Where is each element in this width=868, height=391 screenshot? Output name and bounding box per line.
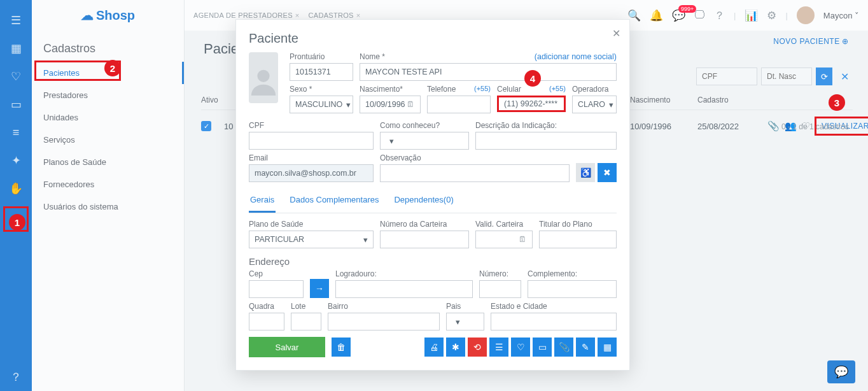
heart-icon[interactable]: ♡ xyxy=(8,69,24,84)
accessibility-button[interactable]: ♿ xyxy=(576,163,595,182)
callout-badge-1: 1 xyxy=(9,214,25,231)
chart-icon[interactable]: 📊 xyxy=(745,9,758,22)
label-numcart: Número da Carteira xyxy=(380,220,469,229)
sidebar-item-label: Unidades xyxy=(43,113,78,122)
extra-button[interactable]: ✖ xyxy=(598,163,617,182)
disk-icon[interactable]: ≡ xyxy=(8,125,24,140)
brand-logo: ☁ Shosp xyxy=(32,0,184,31)
cash-icon[interactable]: ▭ xyxy=(8,97,24,112)
input-cep[interactable] xyxy=(249,280,304,298)
row-active-check[interactable]: ✓ xyxy=(201,121,211,131)
tab-complementares[interactable]: Dados Complementares xyxy=(288,190,380,213)
edit-button[interactable]: ✎ xyxy=(576,338,595,357)
filter-cpf[interactable] xyxy=(696,68,757,85)
sidebar-item-planos[interactable]: Planos de Saúde xyxy=(32,151,184,173)
row-nasc: 10/09/1996 xyxy=(630,122,671,131)
row-cad: 25/08/2022 xyxy=(697,122,739,131)
label-pais: Pais xyxy=(446,302,484,311)
sidebar-item-fornecedores[interactable]: Fornecedores xyxy=(32,173,184,195)
select-operadora[interactable]: CLARO xyxy=(572,96,617,113)
help-icon[interactable]: ？ xyxy=(8,369,24,385)
input-bairro[interactable] xyxy=(328,313,440,331)
input-cpf[interactable] xyxy=(249,132,374,150)
more-button[interactable]: ▦ xyxy=(598,338,617,357)
input-numero[interactable] xyxy=(479,280,521,298)
input-telefone[interactable] xyxy=(427,96,491,113)
monitor-icon[interactable]: 🖵 xyxy=(694,9,705,22)
label-estadocidade: Estado e Cidade xyxy=(491,302,617,311)
user-menu[interactable]: Maycon ˅ xyxy=(823,11,859,20)
filter-dtnasc[interactable] xyxy=(761,68,812,85)
attach-icon[interactable]: 📎 xyxy=(767,120,780,132)
new-patient-button[interactable]: NOVO PACIENTE ⊕ xyxy=(773,37,849,46)
sidebar-item-usuarios[interactable]: Usuários do sistema xyxy=(32,195,184,218)
card-button[interactable]: ▭ xyxy=(533,338,552,357)
tab-gerais[interactable]: Gerais xyxy=(249,190,276,213)
tab-dependentes[interactable]: Dependentes(0) xyxy=(393,190,454,213)
row-id: 10 xyxy=(224,122,233,131)
chat-icon[interactable]: 💬999+ xyxy=(672,9,685,22)
sidebar-item-label: Planos de Saúde xyxy=(43,157,106,167)
input-titular[interactable] xyxy=(539,231,617,248)
print-button[interactable]: 🖨 xyxy=(424,338,444,357)
question-icon[interactable]: ？ xyxy=(714,8,725,23)
input-obs[interactable] xyxy=(380,164,570,182)
patient-avatar[interactable] xyxy=(249,52,278,103)
input-nome[interactable]: MAYCON TESTE API xyxy=(360,63,617,81)
sidebar-item-prestadores[interactable]: Prestadores xyxy=(32,84,184,106)
clip-button[interactable]: 📎 xyxy=(554,338,573,357)
sidebar-item-unidades[interactable]: Unidades xyxy=(32,106,184,129)
label-descind: Descrição da Indicação: xyxy=(475,121,617,130)
settings-icon[interactable]: ⚙ xyxy=(767,9,776,22)
fav-button[interactable]: ♡ xyxy=(511,338,530,357)
breadcrumb[interactable]: AGENDA DE PRESTADORES× xyxy=(193,11,300,19)
link-ddi-cel[interactable]: (+55) xyxy=(549,85,566,92)
close-icon[interactable]: ✕ xyxy=(612,27,620,39)
input-email[interactable]: maycon.silva@shosp.com.br xyxy=(249,164,374,182)
label-validcart: Valid. Carteira xyxy=(475,220,533,229)
label-quadra: Quadra xyxy=(249,302,284,311)
avatar[interactable] xyxy=(797,6,815,24)
input-descind[interactable] xyxy=(475,132,617,150)
grid-icon[interactable]: ▦ xyxy=(8,41,24,56)
clear-filters-button[interactable]: ✕ xyxy=(836,68,853,85)
label-complemento: Complemento: xyxy=(528,269,617,278)
modal-title: Paciente xyxy=(249,31,617,46)
left-rail: ☰ ▦ ♡ ▭ ≡ ✦ ✋ + ？ xyxy=(0,0,32,391)
sidebar-item-servicos[interactable]: Serviços xyxy=(32,129,184,151)
menu-icon[interactable]: ☰ xyxy=(8,13,24,28)
input-numcart[interactable] xyxy=(380,231,469,248)
select-conheceu[interactable] xyxy=(380,132,469,150)
chat-fab[interactable]: 💬 xyxy=(827,360,855,383)
side-panel: ☁ Shosp Cadastros Pacientes Prestadores … xyxy=(32,0,185,391)
label-cpf: CPF xyxy=(249,121,374,130)
star-button[interactable]: ✱ xyxy=(446,338,465,357)
cep-search-button[interactable]: → xyxy=(310,279,329,298)
sidebar-item-label: Usuários do sistema xyxy=(43,202,118,211)
list-button[interactable]: ☰ xyxy=(489,338,508,357)
add-social-name-link[interactable]: (adicionar nome social) xyxy=(535,52,617,61)
input-estadocidade[interactable] xyxy=(491,313,617,331)
input-logradouro[interactable] xyxy=(335,280,473,298)
bell-icon[interactable]: 🔔 xyxy=(650,9,663,22)
select-plano[interactable]: PARTICULAR xyxy=(249,231,374,248)
delete-button[interactable]: 🗑 xyxy=(332,338,351,357)
select-pais[interactable] xyxy=(446,313,484,331)
input-celular[interactable]: (11) 99262-**** xyxy=(497,96,566,112)
label-numero: Número: xyxy=(479,269,521,278)
input-complemento[interactable] xyxy=(528,280,617,298)
hand-icon[interactable]: ✋ xyxy=(8,181,24,196)
input-prontuario[interactable]: 10151371 xyxy=(290,63,353,81)
input-lote[interactable] xyxy=(291,313,321,331)
save-button[interactable]: Salvar xyxy=(249,337,325,357)
select-sexo[interactable]: MASCULINO xyxy=(290,96,353,113)
refresh-button[interactable]: ⟳ xyxy=(816,68,832,85)
section-endereco: Endereço xyxy=(249,256,617,267)
gears-icon[interactable]: ✦ xyxy=(8,153,24,168)
input-quadra[interactable] xyxy=(249,313,284,331)
input-nascimento[interactable]: 10/09/1996🗓 xyxy=(360,96,421,113)
sync-button[interactable]: ⟲ xyxy=(468,338,487,357)
breadcrumb[interactable]: CADASTROS× xyxy=(309,11,361,19)
input-validcart[interactable]: 🗓 xyxy=(475,231,533,248)
link-ddi-tel[interactable]: (+55) xyxy=(474,85,491,92)
